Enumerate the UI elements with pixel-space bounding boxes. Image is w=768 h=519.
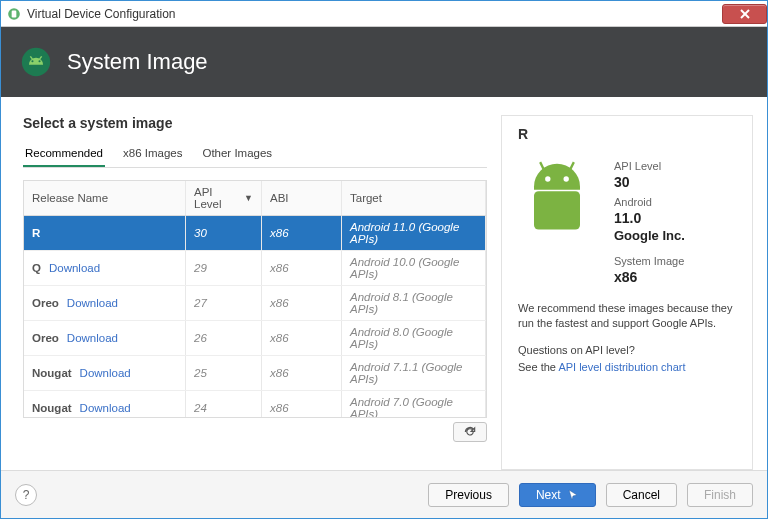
next-button[interactable]: Next: [519, 483, 596, 507]
window-titlebar: Virtual Device Configuration: [1, 1, 767, 27]
cell-release-name: OreoDownload: [24, 321, 186, 355]
api-level-label: API Level: [614, 160, 685, 172]
cell-api-level: 27: [186, 286, 262, 320]
refresh-button[interactable]: [453, 422, 487, 442]
cancel-button[interactable]: Cancel: [606, 483, 677, 507]
col-abi[interactable]: ABI: [262, 181, 342, 215]
col-api-level[interactable]: API Level▼: [186, 181, 262, 215]
cell-release-name: R: [24, 216, 186, 250]
wizard-banner: System Image: [1, 27, 767, 97]
wizard-title: System Image: [67, 49, 208, 75]
finish-button: Finish: [687, 483, 753, 507]
col-target[interactable]: Target: [342, 181, 486, 215]
vendor-value: Google Inc.: [614, 228, 685, 243]
download-link[interactable]: Download: [49, 262, 100, 274]
download-link[interactable]: Download: [67, 332, 118, 344]
android-version-value: 11.0: [614, 210, 685, 226]
svg-point-6: [38, 60, 40, 62]
cell-api-level: 24: [186, 391, 262, 417]
cell-release-name: OreoDownload: [24, 286, 186, 320]
system-image-table: Release Name API Level▼ ABI Target R30x8…: [23, 180, 487, 418]
col-release-name[interactable]: Release Name: [24, 181, 186, 215]
svg-rect-9: [534, 191, 580, 229]
api-distribution-link[interactable]: API level distribution chart: [558, 361, 685, 373]
android-label: Android: [614, 196, 685, 208]
cell-abi: x86: [262, 321, 342, 355]
svg-point-10: [545, 176, 550, 181]
table-row[interactable]: NougatDownload25x86Android 7.1.1 (Google…: [24, 356, 486, 391]
cell-release-name: NougatDownload: [24, 356, 186, 390]
cell-target: Android 10.0 (Google APIs): [342, 251, 486, 285]
svg-point-11: [564, 176, 569, 181]
cell-target: Android 11.0 (Google APIs): [342, 216, 486, 250]
section-heading: Select a system image: [23, 115, 487, 131]
cell-api-level: 30: [186, 216, 262, 250]
window-close-button[interactable]: [722, 4, 767, 24]
table-row[interactable]: OreoDownload26x86Android 8.0 (Google API…: [24, 321, 486, 356]
tab-other-images[interactable]: Other Images: [200, 145, 274, 167]
api-level-value: 30: [614, 174, 685, 190]
tab-x86-images[interactable]: x86 Images: [121, 145, 184, 167]
cell-abi: x86: [262, 216, 342, 250]
cell-abi: x86: [262, 286, 342, 320]
api-chart-line: See the API level distribution chart: [518, 360, 738, 375]
cursor-icon: [567, 489, 579, 501]
android-robot-icon: [518, 156, 596, 248]
cell-api-level: 29: [186, 251, 262, 285]
android-badge-icon: [19, 45, 53, 79]
image-detail-panel: R API Level 30 Android 11.0 Google Inc. …: [501, 115, 753, 470]
download-link[interactable]: Download: [67, 297, 118, 309]
cell-target: Android 8.1 (Google APIs): [342, 286, 486, 320]
refresh-icon: [463, 425, 477, 439]
cell-target: Android 7.0 (Google APIs): [342, 391, 486, 417]
cell-abi: x86: [262, 356, 342, 390]
system-image-label: System Image: [614, 255, 685, 267]
cell-abi: x86: [262, 251, 342, 285]
table-row[interactable]: NougatDownload24x86Android 7.0 (Google A…: [24, 391, 486, 417]
system-image-value: x86: [614, 269, 685, 285]
table-row[interactable]: OreoDownload27x86Android 8.1 (Google API…: [24, 286, 486, 321]
table-row[interactable]: R30x86Android 11.0 (Google APIs): [24, 216, 486, 251]
cell-target: Android 7.1.1 (Google APIs): [342, 356, 486, 390]
svg-point-5: [31, 60, 33, 62]
tab-recommended[interactable]: Recommended: [23, 145, 105, 167]
cell-api-level: 26: [186, 321, 262, 355]
sort-desc-icon: ▼: [244, 193, 253, 203]
cell-target: Android 8.0 (Google APIs): [342, 321, 486, 355]
cell-release-name: QDownload: [24, 251, 186, 285]
cell-api-level: 25: [186, 356, 262, 390]
close-icon: [740, 9, 750, 19]
table-row[interactable]: QDownload29x86Android 10.0 (Google APIs): [24, 251, 486, 286]
image-tabs: Recommended x86 Images Other Images: [23, 145, 487, 168]
download-link[interactable]: Download: [80, 402, 131, 414]
previous-button[interactable]: Previous: [428, 483, 509, 507]
window-title: Virtual Device Configuration: [27, 7, 176, 21]
wizard-footer: ? Previous Next Cancel Finish: [1, 470, 767, 518]
app-icon: [7, 7, 21, 21]
api-question-text: Questions on API level?: [518, 343, 738, 358]
help-button[interactable]: ?: [15, 484, 37, 506]
cell-abi: x86: [262, 391, 342, 417]
download-link[interactable]: Download: [80, 367, 131, 379]
detail-title: R: [518, 126, 738, 142]
svg-rect-1: [12, 10, 17, 17]
recommendation-text: We recommend these images because they r…: [518, 301, 738, 331]
cell-release-name: NougatDownload: [24, 391, 186, 417]
system-image-selector: Select a system image Recommended x86 Im…: [23, 115, 487, 470]
